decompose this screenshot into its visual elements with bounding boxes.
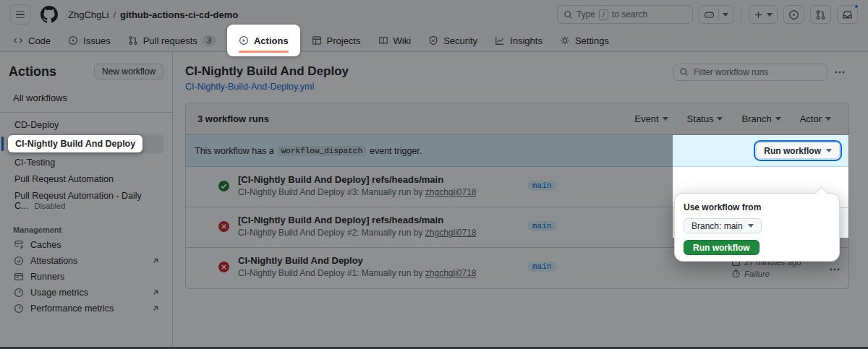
popover-heading: Use workflow from <box>684 202 830 212</box>
highlighted-workflow-label: CI-Nightly Build And Deploy <box>8 135 142 152</box>
play-circle-icon <box>239 35 249 46</box>
tab-actions[interactable]: Actions <box>227 25 300 56</box>
sidebar-item-ci-nightly-build-and-deploy[interactable]: CI-Nightly Build And Deploy <box>9 134 163 154</box>
spotlight-banner-strip: Run workflow <box>673 135 848 167</box>
run-workflow-submit-button[interactable]: Run workflow <box>684 240 760 255</box>
run-workflow-spotlight: Run workflow Startup failure <box>673 135 848 238</box>
branch-select-button[interactable]: Branch: main <box>684 218 762 233</box>
github-actions-page: ZhgChgLi / github-actions-ci-cd-demo Typ… <box>0 0 868 349</box>
spotlight-rows-strip: Startup failure Use workflow from Branch… <box>673 167 848 238</box>
run-workflow-popover: Use workflow from Branch: main Run workf… <box>674 193 840 262</box>
chevron-down-icon <box>826 149 832 152</box>
chevron-down-icon <box>748 224 754 228</box>
run-workflow-dropdown-button[interactable]: Run workflow <box>756 142 840 159</box>
